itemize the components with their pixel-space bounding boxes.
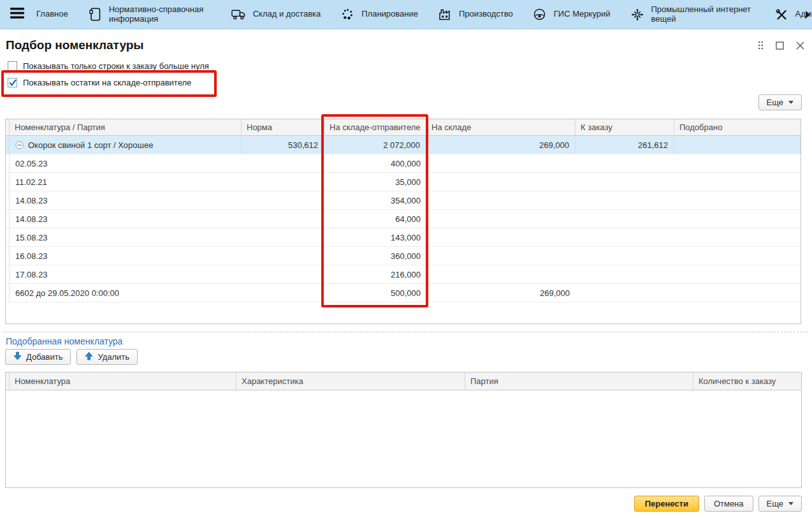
picked-cell (674, 228, 801, 246)
column-header-3[interactable]: На складе-отправителе (324, 119, 426, 135)
main-menu-bar: ГлавноеНормативно-справочная информацияС… (0, 0, 812, 29)
sender-cell: 143,000 (324, 228, 426, 246)
planning-icon (340, 8, 355, 20)
menu-item-label: ГИС Меркурий (554, 10, 611, 19)
menu-item-planning[interactable]: Планирование (330, 0, 428, 29)
window-controls (758, 41, 804, 50)
chevron-down-icon (788, 101, 794, 104)
column-header-1[interactable]: Номенклатура / Партия (10, 119, 242, 135)
menu-item-label: Главное (36, 10, 68, 19)
nomenclature-cell: 02.05.23 (10, 154, 242, 172)
sender-cell: 400,000 (324, 154, 426, 172)
picked-cell (674, 265, 801, 283)
checkbox-checked-icon (8, 78, 17, 87)
column-header-6[interactable]: Подобрано (674, 119, 801, 135)
menu-item-industrial-iot[interactable]: Промышленный интернет вещей (620, 0, 764, 29)
checkbox-unchecked-icon (8, 61, 17, 71)
nomenclature-cell: 11.02.21 (10, 173, 242, 191)
table-row[interactable]: 16.08.23360,000 (6, 247, 801, 265)
norma-cell (242, 173, 324, 191)
stock-cell (426, 228, 576, 246)
norma-cell (242, 210, 324, 228)
more-button-top[interactable]: Еще (758, 94, 802, 110)
column-header-5[interactable]: К заказу (576, 119, 674, 135)
chevron-down-icon (788, 502, 794, 505)
menu-item-gis-mercury[interactable]: ГИС Меркурий (523, 0, 620, 29)
column-header-2[interactable]: Норма (242, 119, 324, 135)
picked-column-header-3[interactable]: Партия (465, 373, 693, 390)
table-row[interactable]: 14.08.23354,000 (6, 191, 801, 210)
more-button-label: Еще (767, 499, 783, 508)
sender-cell: 500,000 (324, 284, 426, 302)
stock-table-header: Номенклатура / ПартияНормаНа складе-отпр… (6, 119, 801, 136)
collapse-icon[interactable] (15, 141, 24, 149)
norma-cell (242, 154, 324, 172)
close-button close-icon[interactable] (796, 41, 804, 50)
nomenclature-cell: Окорок свиной 1 сорт / Хорошее (10, 136, 242, 154)
add-button-label: Добавить (26, 352, 62, 362)
hamburger-icon (10, 8, 24, 21)
add-button[interactable]: Добавить (5, 349, 71, 365)
column-header-4[interactable]: На складе (426, 119, 576, 135)
menu-item-production[interactable]: Производство (428, 0, 523, 29)
nomenclature-text: 11.02.21 (15, 177, 47, 187)
order-cell (576, 284, 674, 302)
picked-column-header-1[interactable]: Номенклатура (10, 373, 236, 390)
nomenclature-cell: 17.08.23 (10, 265, 242, 283)
cancel-button[interactable]: Отмена (704, 496, 753, 512)
menu-item-reference-info[interactable]: Нормативно-справочная информация (78, 0, 222, 29)
picked-cell (674, 173, 801, 191)
table-row[interactable]: Окорок свиной 1 сорт / Хорошее530,6122 0… (6, 136, 801, 154)
table-row[interactable]: 11.02.2135,000 (6, 173, 801, 191)
sender-cell: 64,000 (324, 210, 426, 228)
picked-table-empty-body[interactable] (6, 390, 801, 487)
checkbox-only-positive-rows[interactable]: Показывать только строки к заказу больше… (8, 61, 209, 71)
nomenclature-cell: 6602 до 29.05.2020 0:00:00 (10, 284, 242, 302)
picked-section-title[interactable]: Подобранная номенклатура (6, 336, 122, 346)
nomenclature-text: 6602 до 29.05.2020 0:00:00 (15, 288, 119, 298)
menu-item-main[interactable]: Главное (27, 0, 78, 29)
nomenclature-cell: 15.08.23 (10, 228, 242, 246)
more-button-label: Еще (767, 98, 783, 107)
nomenclature-cell: 14.08.23 (10, 210, 242, 228)
page-title: Подбор номенклатуры (6, 38, 144, 52)
window-more-button kebab-dots-icon[interactable] (758, 41, 764, 50)
menu-overflow-arrow chevron-right-icon[interactable] (806, 11, 810, 18)
sender-cell: 216,000 (324, 265, 426, 283)
more-button-bottom[interactable]: Еще (758, 496, 802, 512)
maximize-button maximize-icon[interactable] (776, 41, 784, 50)
iot-icon (630, 8, 645, 21)
menu-item-warehouse[interactable]: Склад и доставка (222, 0, 331, 29)
factory-icon (437, 8, 453, 20)
stock-cell (426, 247, 576, 265)
menu-item-label: Производство (459, 10, 513, 19)
picked-column-header-2[interactable]: Характеристика (236, 373, 465, 390)
order-cell (576, 265, 674, 283)
picked-actions: Добавить Удалить (5, 349, 138, 365)
transfer-button[interactable]: Перенести (634, 496, 699, 512)
table-row[interactable]: 02.05.23400,000 (6, 154, 801, 173)
norma-cell (242, 191, 324, 209)
table-row[interactable]: 17.08.23216,000 (6, 265, 801, 284)
picked-cell (674, 247, 801, 265)
section-splitter[interactable] (3, 332, 808, 332)
menu-item-label: Планирование (361, 10, 418, 19)
checkbox-sender-stock[interactable]: Показывать остатки на складе-отправителе (8, 78, 191, 87)
picked-cell (674, 210, 801, 228)
delete-button[interactable]: Удалить (76, 349, 138, 365)
hamburger-menu-button[interactable] (8, 4, 27, 26)
sender-cell: 354,000 (324, 191, 426, 209)
menu-item-label: Нормативно-справочная информация (109, 5, 212, 24)
table-row[interactable]: 15.08.23143,000 (6, 228, 801, 247)
truck-icon (231, 8, 247, 20)
order-cell: 261,612 (576, 136, 674, 154)
sender-cell: 2 072,000 (324, 136, 426, 154)
stock-cell: 269,000 (426, 284, 576, 302)
stock-cell (426, 265, 576, 283)
stock-cell (426, 154, 576, 172)
table-row[interactable]: 14.08.2364,000 (6, 210, 801, 228)
table-row[interactable]: 6602 до 29.05.2020 0:00:00500,000269,000 (6, 284, 801, 302)
picked-column-header-4[interactable]: Количество к заказу (693, 373, 801, 390)
nomenclature-text: 14.08.23 (15, 214, 48, 224)
menu-item-administration[interactable]: Администр (764, 0, 812, 29)
